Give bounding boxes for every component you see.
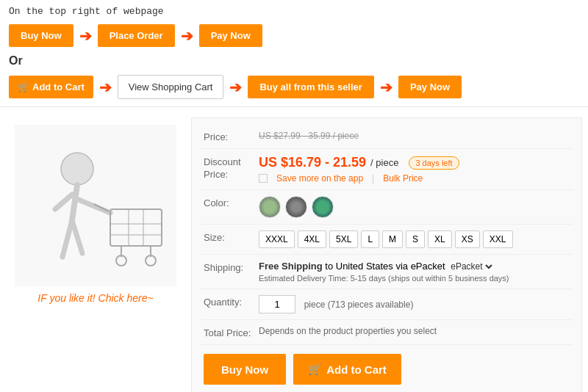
size-option-5xl[interactable]: 5XL bbox=[329, 231, 358, 248]
buy-from-seller-button[interactable]: Buy all from this seller bbox=[248, 76, 373, 98]
action-buttons: Buy Now 🛒 Add to Cart bbox=[204, 354, 401, 385]
size-option-xl[interactable]: XL bbox=[428, 231, 452, 248]
pay-now-button-flow2[interactable]: Pay Now bbox=[398, 76, 462, 98]
size-label: Size: bbox=[204, 231, 259, 243]
arrow-icon-1: ➔ bbox=[79, 27, 92, 45]
size-option-l[interactable]: L bbox=[361, 231, 379, 248]
quantity-row: Quantity: piece (713 pieces available) bbox=[201, 289, 573, 320]
qty-available-text: piece (713 pieces available) bbox=[304, 300, 414, 310]
discount-price-row: DiscountPrice: US $16.79 - 21.59 / piece… bbox=[201, 149, 573, 190]
product-details-panel: Price: US $27.99 - 35.99 / piece Discoun… bbox=[191, 117, 582, 392]
shipping-detail-text: Estimated Delivery Time: 5-15 days (ship… bbox=[259, 274, 570, 283]
per-piece-text: / piece bbox=[370, 157, 398, 168]
flow-row-1: Buy Now ➔ Place Order ➔ Pay Now bbox=[0, 20, 588, 51]
quantity-value-area: piece (713 pieces available) bbox=[259, 295, 570, 313]
color-swatch-1[interactable] bbox=[259, 196, 281, 218]
cart-icon-product: 🛒 bbox=[308, 363, 322, 376]
size-option-s[interactable]: S bbox=[406, 231, 425, 248]
cart-icon-small: 🛒 bbox=[18, 81, 29, 92]
size-option-xxl[interactable]: XXL bbox=[483, 231, 513, 248]
quantity-label: Quantity: bbox=[204, 295, 259, 308]
product-section: IF you like it! Chick here~ Price: US $2… bbox=[0, 110, 588, 392]
size-option-m[interactable]: M bbox=[382, 231, 403, 248]
top-instruction: On the top right of webpage bbox=[0, 0, 588, 20]
quantity-input[interactable] bbox=[259, 295, 295, 313]
discount-label: DiscountPrice: bbox=[204, 155, 259, 181]
total-price-row: Total Price: Depends on the product prop… bbox=[201, 320, 573, 345]
size-option-xxxl[interactable]: XXXL bbox=[259, 231, 295, 248]
arrow-icon-2: ➔ bbox=[181, 27, 193, 45]
arrow-icon-3: ➔ bbox=[99, 79, 112, 96]
shipping-to-text: to United States via ePacket bbox=[325, 261, 445, 272]
save-more-link[interactable]: Save more on the app bbox=[276, 173, 363, 184]
price-value: US $27.99 - 35.99 / piece bbox=[259, 130, 570, 141]
section-divider bbox=[0, 106, 588, 107]
view-shopping-cart-button[interactable]: View Shopping Cart bbox=[118, 75, 224, 99]
app-checkbox bbox=[259, 174, 268, 183]
color-row: Color: bbox=[201, 190, 573, 225]
shipping-method-select[interactable]: ePacket bbox=[448, 261, 495, 272]
if-you-like-text: IF you like it! Chick here~ bbox=[37, 292, 153, 304]
action-buttons-row: Buy Now 🛒 Add to Cart 🤍 Add to Wish List… bbox=[201, 345, 573, 392]
total-price-label: Total Price: bbox=[204, 326, 259, 338]
color-swatch-2[interactable] bbox=[285, 196, 307, 218]
buy-now-button[interactable]: Buy Now bbox=[204, 354, 286, 385]
color-swatches bbox=[259, 196, 570, 218]
pay-now-button-top[interactable]: Pay Now bbox=[199, 24, 262, 47]
total-price-text: Depends on the product properties you se… bbox=[259, 326, 570, 336]
shipping-row: Shipping: Free Shipping to United States… bbox=[201, 255, 573, 289]
svg-point-1 bbox=[61, 153, 93, 185]
size-option-xs[interactable]: XS bbox=[455, 231, 480, 248]
or-label: Or bbox=[0, 51, 588, 70]
shipping-label: Shipping: bbox=[204, 261, 259, 273]
shipping-info: Free Shipping to United States via ePack… bbox=[259, 261, 570, 283]
color-label: Color: bbox=[204, 196, 259, 208]
original-price: US $27.99 - 35.99 / piece bbox=[259, 131, 359, 141]
size-options: XXXL4XL5XLLMSXLXSXXL bbox=[259, 231, 570, 248]
arrow-icon-5: ➔ bbox=[380, 79, 392, 96]
bulk-price-link[interactable]: Bulk Price bbox=[383, 173, 423, 184]
discount-price-text: US $16.79 - 21.59 bbox=[259, 155, 366, 170]
add-to-cart-button-top[interactable]: 🛒 Add to Cart bbox=[9, 76, 93, 98]
size-option-4xl[interactable]: 4XL bbox=[298, 231, 326, 248]
color-swatch-3[interactable] bbox=[312, 196, 334, 218]
days-left-badge: 3 days left bbox=[409, 156, 459, 170]
place-order-button[interactable]: Place Order bbox=[98, 24, 175, 47]
discount-value: US $16.79 - 21.59 / piece 3 days left Sa… bbox=[259, 155, 570, 184]
save-more-row: Save more on the app | Bulk Price bbox=[259, 173, 570, 184]
size-row: Size: XXXL4XL5XLLMSXLXSXXL bbox=[201, 225, 573, 255]
product-image bbox=[15, 125, 176, 286]
free-shipping-text: Free Shipping bbox=[259, 261, 323, 272]
product-image-area: IF you like it! Chick here~ bbox=[0, 117, 191, 392]
arrow-icon-4: ➔ bbox=[229, 79, 242, 96]
buy-now-button-top[interactable]: Buy Now bbox=[9, 24, 74, 47]
price-row: Price: US $27.99 - 35.99 / piece bbox=[201, 124, 573, 149]
add-to-cart-button[interactable]: 🛒 Add to Cart bbox=[293, 354, 401, 385]
price-label: Price: bbox=[204, 130, 259, 142]
flow-row-2: 🛒 Add to Cart ➔ View Shopping Cart ➔ Buy… bbox=[0, 70, 588, 104]
